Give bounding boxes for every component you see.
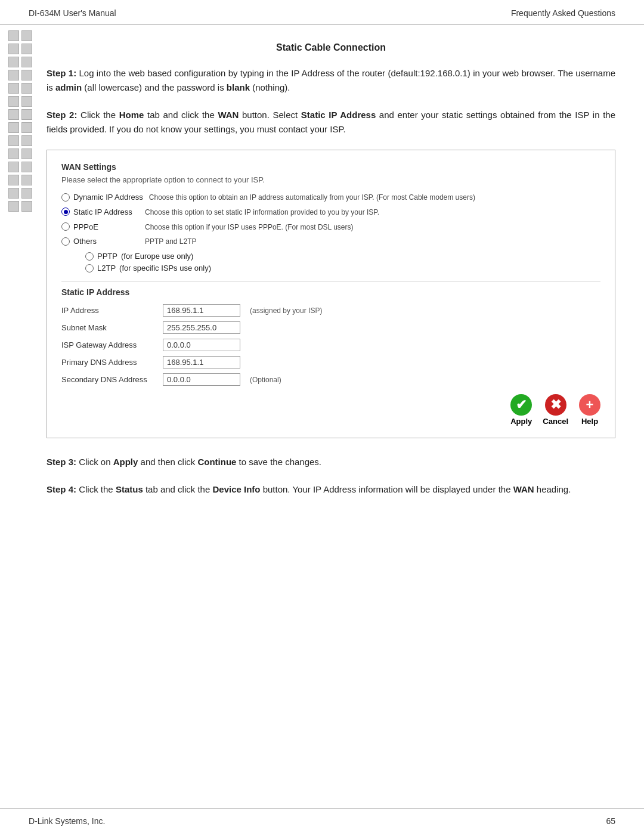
radio-others[interactable] xyxy=(61,237,70,246)
step1-label: Step 1: xyxy=(47,68,76,78)
field-row-subnet: Subnet Mask xyxy=(61,321,600,334)
help-icon: + xyxy=(579,394,600,416)
step4-bold2: Device Info xyxy=(212,484,260,494)
field-input-subnet[interactable] xyxy=(163,321,240,334)
step3-text2: and then click xyxy=(138,457,197,467)
action-buttons: ✔ Apply ✖ Cancel + Help xyxy=(61,394,600,426)
step2-bold2: WAN xyxy=(218,110,239,120)
option-l2tp[interactable]: L2TP (for specific ISPs use only) xyxy=(85,264,600,272)
step4-bold1: Status xyxy=(116,484,143,494)
field-note-secondary-dns: (Optional) xyxy=(250,376,281,384)
radio-pppoe[interactable] xyxy=(61,222,70,231)
help-label: Help xyxy=(581,417,598,426)
radio-l2tp[interactable] xyxy=(85,264,94,272)
apply-icon: ✔ xyxy=(510,394,532,416)
step2-label: Step 2: xyxy=(47,110,77,120)
field-row-ip: IP Address (assigned by your ISP) xyxy=(61,304,600,317)
option-dynamic-desc: Choose this option to obtain an IP addre… xyxy=(149,193,475,203)
radio-options: Dynamic IP Address Choose this option to… xyxy=(61,193,600,272)
static-ip-title: Static IP Address xyxy=(61,287,600,297)
header-left: DI-634M User's Manual xyxy=(29,8,116,18)
step3-text3: to save the changes. xyxy=(236,457,321,467)
step3-paragraph: Step 3: Click on Apply and then click Co… xyxy=(47,455,615,469)
main-content: Static Cable Connection Step 1: Log into… xyxy=(41,24,644,809)
step3-bold2: Continue xyxy=(197,457,236,467)
footer-right: 65 xyxy=(606,816,615,826)
field-input-ip[interactable] xyxy=(163,304,240,317)
header-right: Frequently Asked Questions xyxy=(511,8,615,18)
wan-settings-box: WAN Settings Please select the appropria… xyxy=(47,150,615,438)
field-row-gateway: ISP Gateway Address xyxy=(61,339,600,351)
apply-button[interactable]: ✔ Apply xyxy=(510,394,532,426)
step2-paragraph: Step 2: Click the Home tab and click the… xyxy=(47,108,615,137)
section-title: Static Cable Connection xyxy=(47,42,615,53)
option-pptp-desc: (for Europe use only) xyxy=(121,252,193,261)
step4-label: Step 4: xyxy=(47,484,76,494)
page-wrapper: DI-634M User's Manual Frequently Asked Q… xyxy=(0,0,644,833)
field-label-secondary-dns: Secondary DNS Address xyxy=(61,375,157,384)
step2-bold3: Static IP Address xyxy=(301,110,376,120)
field-label-ip: IP Address xyxy=(61,306,157,315)
radio-pptp[interactable] xyxy=(85,252,94,261)
step1-bold2: blank xyxy=(227,82,250,92)
apply-label: Apply xyxy=(510,417,532,426)
step4-paragraph: Step 4: Click the Status tab and click t… xyxy=(47,482,615,497)
step3-bold1: Apply xyxy=(113,457,138,467)
option-static-desc: Choose this option to set static IP info… xyxy=(145,208,379,218)
step1-paragraph: Step 1: Log into the web based configura… xyxy=(47,66,615,95)
footer-left: D-Link Systems, Inc. xyxy=(29,816,105,826)
field-row-secondary-dns: Secondary DNS Address (Optional) xyxy=(61,373,600,386)
step4-text3: button. Your IP Address information will… xyxy=(260,484,513,494)
help-button[interactable]: + Help xyxy=(579,394,600,426)
cancel-button[interactable]: ✖ Cancel xyxy=(543,394,568,426)
content-area: Static Cable Connection Step 1: Log into… xyxy=(0,24,644,809)
option-static[interactable]: Static IP Address Choose this option to … xyxy=(61,208,600,218)
option-l2tp-label: L2TP xyxy=(97,264,116,272)
option-others-label: Others xyxy=(73,237,97,246)
option-l2tp-desc: (for specific ISPs use only) xyxy=(119,264,211,272)
option-pppoe-desc: Choose this option if your ISP uses PPPo… xyxy=(145,222,353,233)
field-input-gateway[interactable] xyxy=(163,339,240,351)
option-pppoe[interactable]: PPPoE Choose this option if your ISP use… xyxy=(61,222,600,233)
page-footer: D-Link Systems, Inc. 65 xyxy=(0,809,644,833)
page-header: DI-634M User's Manual Frequently Asked Q… xyxy=(0,0,644,24)
option-others-desc: PPTP and L2TP xyxy=(145,237,197,247)
option-static-label: Static IP Address xyxy=(73,208,132,216)
option-dynamic-label: Dynamic IP Address xyxy=(73,193,143,202)
wan-box-subtitle: Please select the appropriate option to … xyxy=(61,175,600,184)
sidebar-squares xyxy=(0,24,41,809)
field-label-primary-dns: Primary DNS Address xyxy=(61,358,157,367)
step2-text3: button. Select xyxy=(239,110,301,120)
step2-text1: Click the xyxy=(77,110,119,120)
step2-text2: tab and click the xyxy=(144,110,218,120)
step1-text3: (nothing). xyxy=(250,82,290,92)
wan-box-title: WAN Settings xyxy=(61,162,600,172)
step3-text1: Click on xyxy=(76,457,113,467)
radio-dynamic[interactable] xyxy=(61,193,70,202)
step1-text2: (all lowercase) and the password is xyxy=(82,82,227,92)
option-dynamic[interactable]: Dynamic IP Address Choose this option to… xyxy=(61,193,600,203)
radio-static[interactable] xyxy=(61,208,70,216)
step2-bold1: Home xyxy=(119,110,144,120)
option-pppoe-label: PPPoE xyxy=(73,222,98,231)
step4-bold4: WAN xyxy=(513,484,534,494)
cancel-icon: ✖ xyxy=(545,394,566,416)
field-label-gateway: ISP Gateway Address xyxy=(61,340,157,349)
step1-bold1: admin xyxy=(55,82,82,92)
step3-label: Step 3: xyxy=(47,457,76,467)
field-input-secondary-dns[interactable] xyxy=(163,373,240,386)
field-label-subnet: Subnet Mask xyxy=(61,323,157,332)
field-row-primary-dns: Primary DNS Address xyxy=(61,356,600,368)
option-pptp-label: PPTP xyxy=(97,252,117,261)
step4-text2: tab and click the xyxy=(143,484,213,494)
option-others[interactable]: Others PPTP and L2TP xyxy=(61,237,600,247)
step4-text1: Click the xyxy=(76,484,116,494)
static-ip-section: Static IP Address IP Address (assigned b… xyxy=(61,281,600,426)
step4-text4: heading. xyxy=(534,484,571,494)
field-input-primary-dns[interactable] xyxy=(163,356,240,368)
field-note-ip: (assigned by your ISP) xyxy=(250,306,322,315)
cancel-label: Cancel xyxy=(543,417,568,426)
option-pptp[interactable]: PPTP (for Europe use only) xyxy=(85,252,600,261)
sub-radio-options: PPTP (for Europe use only) L2TP (for spe… xyxy=(85,252,600,272)
